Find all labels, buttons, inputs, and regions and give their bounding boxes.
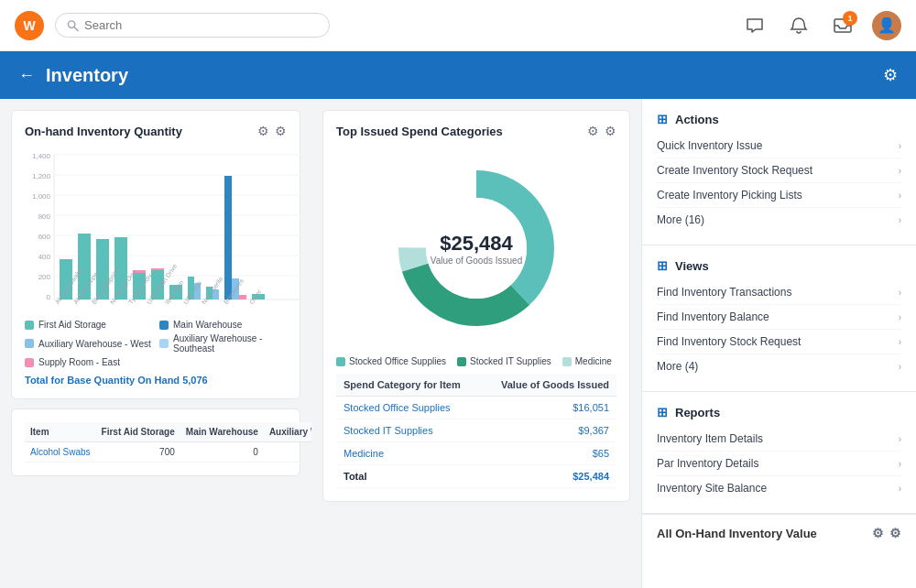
spend-item-total: Total bbox=[336, 465, 481, 488]
svg-line-1 bbox=[74, 27, 78, 30]
rp-bottom-settings-icon[interactable]: ⚙ bbox=[889, 526, 901, 540]
inbox-badge: 1 bbox=[843, 11, 857, 26]
view-transactions-label: Find Inventory Transactions bbox=[657, 286, 791, 299]
chart-filter-icon[interactable]: ⚙ bbox=[257, 124, 269, 138]
back-button[interactable]: ← bbox=[18, 66, 35, 85]
legend-label-supply-room: Supply Room - East bbox=[38, 357, 120, 367]
report-site-balance-label: Inventory Site Balance bbox=[657, 482, 767, 495]
bar-chart: 1,400 1,200 1,000 800 600 400 200 0 bbox=[25, 147, 287, 312]
inbox-icon-btn[interactable]: 1 bbox=[828, 11, 857, 40]
rp-bottom: All On-Hand Inventory Value ⚙ ⚙ bbox=[642, 514, 916, 551]
legend-dot-main-wh bbox=[159, 321, 169, 330]
svg-text:400: 400 bbox=[38, 253, 51, 261]
report-item-details[interactable]: Inventory Item Details › bbox=[657, 427, 901, 452]
spend-dot-it bbox=[457, 357, 466, 366]
page-title: Inventory bbox=[46, 65, 872, 86]
chevron-icon: › bbox=[899, 484, 901, 494]
search-box bbox=[55, 13, 330, 38]
rp-bottom-filter-icon[interactable]: ⚙ bbox=[872, 526, 884, 540]
chevron-icon: › bbox=[899, 166, 901, 176]
inv-col1: 700 bbox=[96, 442, 180, 463]
svg-rect-35 bbox=[239, 295, 246, 299]
chevron-icon: › bbox=[899, 362, 901, 372]
spend-amount-it: $9,367 bbox=[481, 419, 616, 442]
spend-row-it: Stocked IT Supplies $9,367 bbox=[336, 419, 616, 442]
spend-label-it: Stocked IT Supplies bbox=[470, 356, 551, 366]
inv-col-item: Item bbox=[25, 422, 96, 442]
spend-item-office[interactable]: Stocked Office Supplies bbox=[336, 397, 481, 419]
spend-item-medicine[interactable]: Medicine bbox=[336, 442, 481, 465]
views-label: Views bbox=[675, 259, 709, 273]
chevron-icon: › bbox=[899, 141, 901, 151]
report-par-details[interactable]: Par Inventory Details › bbox=[657, 452, 901, 476]
action-picking-lists[interactable]: Create Inventory Picking Lists › bbox=[657, 183, 901, 208]
chevron-icon: › bbox=[899, 191, 901, 201]
search-input[interactable] bbox=[84, 18, 318, 32]
chevron-icon: › bbox=[899, 215, 901, 225]
svg-rect-33 bbox=[224, 176, 232, 299]
chart1-icons: ⚙ ⚙ bbox=[257, 124, 287, 138]
bar-chart-svg: 1,400 1,200 1,000 800 600 400 200 0 bbox=[25, 147, 301, 321]
reports-icon: ⊞ bbox=[657, 405, 668, 419]
donut-label: Value of Goods Issued bbox=[431, 256, 522, 266]
legend-supply-room: Supply Room - East bbox=[25, 357, 152, 367]
chevron-icon: › bbox=[899, 459, 901, 469]
chart2-settings-icon[interactable]: ⚙ bbox=[605, 124, 616, 138]
chart-settings-icon[interactable]: ⚙ bbox=[275, 124, 287, 138]
action-more-label: More (16) bbox=[657, 213, 704, 226]
svg-text:600: 600 bbox=[38, 233, 51, 241]
spend-table: Spend Category for Item Value of Goods I… bbox=[336, 374, 616, 488]
spend-item-it[interactable]: Stocked IT Supplies bbox=[336, 419, 481, 442]
action-create-stock[interactable]: Create Inventory Stock Request › bbox=[657, 158, 901, 183]
legend-aux-se: Auxiliary Warehouse - Southeast bbox=[159, 333, 287, 354]
table-row: Alcohol Swabs 700 0 bbox=[25, 442, 311, 463]
views-section: ⊞ Views Find Inventory Transactions › Fi… bbox=[642, 245, 916, 392]
settings-gear-icon[interactable]: ⚙ bbox=[883, 65, 898, 85]
action-quick-label: Quick Inventory Issue bbox=[657, 139, 762, 152]
action-more[interactable]: More (16) › bbox=[657, 208, 901, 232]
rp-bottom-label: All On-Hand Inventory Value bbox=[657, 527, 817, 540]
view-more[interactable]: More (4) › bbox=[657, 354, 901, 378]
action-quick-inventory[interactable]: Quick Inventory Issue › bbox=[657, 134, 901, 158]
legend-label-aux-se: Auxiliary Warehouse - Southeast bbox=[173, 333, 287, 354]
inventory-quantity-card: On-hand Inventory Quantity ⚙ ⚙ 1,400 1,2… bbox=[11, 110, 300, 399]
chat-icon-btn[interactable] bbox=[740, 11, 769, 40]
chart2-filter-icon[interactable]: ⚙ bbox=[587, 124, 599, 138]
reports-section: ⊞ Reports Inventory Item Details › Par I… bbox=[642, 392, 916, 514]
donut-center: $25,484 Value of Goods Issued bbox=[431, 232, 522, 266]
view-balance[interactable]: Find Inventory Balance › bbox=[657, 305, 901, 330]
spend-row-office: Stocked Office Supplies $16,051 bbox=[336, 397, 616, 419]
spend-row-medicine: Medicine $65 bbox=[336, 442, 616, 465]
chevron-icon: › bbox=[899, 312, 901, 322]
total-label: Total for Base Quantity On Hand bbox=[25, 375, 180, 386]
view-stock-request[interactable]: Find Inventory Stock Request › bbox=[657, 330, 901, 354]
svg-text:Non Sterile: Non Sterile bbox=[201, 276, 224, 305]
svg-text:1,000: 1,000 bbox=[32, 192, 51, 201]
svg-text:800: 800 bbox=[38, 212, 51, 221]
inventory-table: Item First Aid Storage Main Warehouse Au… bbox=[25, 422, 311, 463]
bell-icon-btn[interactable] bbox=[784, 11, 813, 40]
right-panel: ⊞ Actions Quick Inventory Issue › Create… bbox=[641, 99, 916, 588]
inv-item-name[interactable]: Alcohol Swabs bbox=[25, 442, 96, 463]
spend-dot-medicine bbox=[562, 357, 572, 366]
views-section-title: ⊞ Views bbox=[657, 258, 901, 273]
svg-text:200: 200 bbox=[38, 273, 51, 281]
legend-label-aux-west: Auxiliary Warehouse - West bbox=[38, 339, 151, 349]
total-value: 5,076 bbox=[182, 375, 208, 386]
inv-col-main-wh: Main Warehouse bbox=[180, 422, 264, 442]
report-site-balance[interactable]: Inventory Site Balance › bbox=[657, 476, 901, 500]
view-more-label: More (4) bbox=[657, 360, 698, 373]
view-transactions[interactable]: Find Inventory Transactions › bbox=[657, 280, 901, 305]
inventory-quantity-title: On-hand Inventory Quantity bbox=[25, 125, 182, 138]
inv-col-aux-west: Auxiliary Warehouse - West bbox=[264, 422, 311, 442]
spend-row-total: Total $25,484 bbox=[336, 465, 616, 488]
inventory-table-card: Item First Aid Storage Main Warehouse Au… bbox=[11, 408, 300, 476]
avatar[interactable]: 👤 bbox=[872, 11, 901, 40]
main-content: On-hand Inventory Quantity ⚙ ⚙ 1,400 1,2… bbox=[0, 99, 916, 588]
chevron-icon: › bbox=[899, 337, 901, 347]
spend-label-office: Stocked Office Supplies bbox=[349, 356, 446, 366]
search-icon bbox=[67, 19, 79, 32]
view-stock-request-label: Find Inventory Stock Request bbox=[657, 335, 801, 348]
svg-text:1,200: 1,200 bbox=[32, 172, 51, 180]
spend-amount-total: $25,484 bbox=[481, 465, 616, 488]
